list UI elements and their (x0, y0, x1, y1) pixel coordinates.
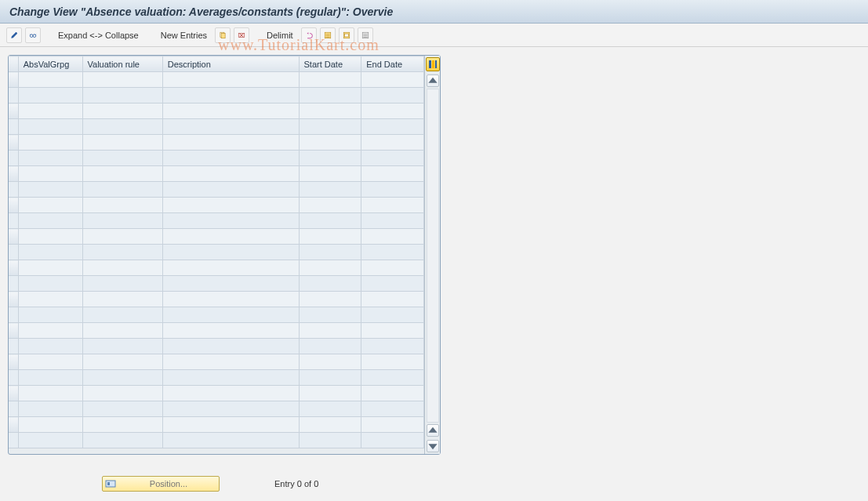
cell-description[interactable] (162, 182, 299, 198)
cell-description[interactable] (162, 166, 299, 182)
cell-valuation-rule[interactable] (82, 433, 162, 448)
cell-description[interactable] (162, 229, 299, 245)
position-button[interactable]: Position... (102, 476, 220, 492)
cell-absvalgrpg[interactable] (18, 72, 82, 88)
cell-end-date[interactable] (361, 354, 424, 370)
cell-description[interactable] (162, 370, 299, 386)
cell-description[interactable] (162, 151, 299, 166)
cell-absvalgrpg[interactable] (18, 323, 82, 339)
cell-end-date[interactable] (361, 119, 424, 135)
cell-description[interactable] (162, 386, 299, 401)
cell-absvalgrpg[interactable] (18, 401, 82, 417)
cell-valuation-rule[interactable] (82, 323, 162, 339)
expand-collapse-button[interactable]: Expand <-> Collapse (53, 27, 143, 43)
pencil-icon[interactable] (6, 27, 22, 43)
cell-absvalgrpg[interactable] (18, 292, 82, 307)
cell-valuation-rule[interactable] (82, 354, 162, 370)
row-selector[interactable] (9, 323, 18, 339)
cell-description[interactable] (162, 354, 299, 370)
row-selector[interactable] (9, 182, 18, 198)
cell-absvalgrpg[interactable] (18, 198, 82, 213)
cell-valuation-rule[interactable] (82, 166, 162, 182)
cell-description[interactable] (162, 292, 299, 307)
cell-absvalgrpg[interactable] (18, 166, 82, 182)
cell-end-date[interactable] (361, 386, 424, 401)
cell-start-date[interactable] (299, 401, 361, 417)
row-selector[interactable] (9, 307, 18, 323)
cell-absvalgrpg[interactable] (18, 151, 82, 166)
select-all-icon[interactable] (320, 27, 336, 43)
cell-end-date[interactable] (361, 433, 424, 448)
row-selector[interactable] (9, 339, 18, 354)
cell-description[interactable] (162, 323, 299, 339)
cell-valuation-rule[interactable] (82, 307, 162, 323)
row-selector[interactable] (9, 260, 18, 276)
cell-start-date[interactable] (299, 417, 361, 433)
select-all-rows[interactable] (9, 56, 18, 72)
row-selector[interactable] (9, 151, 18, 166)
cell-description[interactable] (162, 135, 299, 151)
row-selector[interactable] (9, 166, 18, 182)
cell-absvalgrpg[interactable] (18, 260, 82, 276)
cell-start-date[interactable] (299, 103, 361, 119)
cell-start-date[interactable] (299, 307, 361, 323)
cell-start-date[interactable] (299, 213, 361, 229)
row-selector[interactable] (9, 370, 18, 386)
cell-end-date[interactable] (361, 323, 424, 339)
cell-start-date[interactable] (299, 135, 361, 151)
new-entries-button[interactable]: New Entries (156, 27, 212, 43)
cell-valuation-rule[interactable] (82, 417, 162, 433)
cell-end-date[interactable] (361, 292, 424, 307)
cell-end-date[interactable] (361, 151, 424, 166)
cell-description[interactable] (162, 103, 299, 119)
copy-icon[interactable] (215, 27, 231, 43)
cell-description[interactable] (162, 307, 299, 323)
cell-end-date[interactable] (361, 245, 424, 260)
deselect-all-icon[interactable] (358, 27, 373, 43)
cell-end-date[interactable] (361, 103, 424, 119)
col-header-absvalgrpg[interactable]: AbsValGrpg (18, 56, 82, 72)
cell-start-date[interactable] (299, 323, 361, 339)
select-block-icon[interactable] (339, 27, 354, 43)
col-header-valuation-rule[interactable]: Valuation rule (82, 56, 162, 72)
cell-absvalgrpg[interactable] (18, 103, 82, 119)
cell-valuation-rule[interactable] (82, 119, 162, 135)
cell-end-date[interactable] (361, 260, 424, 276)
delimit-button[interactable]: Delimit (262, 27, 298, 43)
cell-start-date[interactable] (299, 276, 361, 292)
cell-description[interactable] (162, 339, 299, 354)
cell-start-date[interactable] (299, 292, 361, 307)
cell-end-date[interactable] (361, 213, 424, 229)
cell-absvalgrpg[interactable] (18, 135, 82, 151)
cell-absvalgrpg[interactable] (18, 370, 82, 386)
cell-start-date[interactable] (299, 245, 361, 260)
row-selector[interactable] (9, 135, 18, 151)
cell-valuation-rule[interactable] (82, 72, 162, 88)
cell-end-date[interactable] (361, 307, 424, 323)
row-selector[interactable] (9, 354, 18, 370)
cell-end-date[interactable] (361, 401, 424, 417)
cell-start-date[interactable] (299, 198, 361, 213)
row-selector[interactable] (9, 386, 18, 401)
scroll-up-icon[interactable] (427, 74, 439, 87)
col-header-description[interactable]: Description (162, 56, 299, 72)
cell-absvalgrpg[interactable] (18, 88, 82, 103)
cell-description[interactable] (162, 198, 299, 213)
cell-absvalgrpg[interactable] (18, 433, 82, 448)
cell-absvalgrpg[interactable] (18, 182, 82, 198)
row-selector[interactable] (9, 88, 18, 103)
cell-end-date[interactable] (361, 370, 424, 386)
delete-row-icon[interactable] (234, 27, 249, 43)
cell-end-date[interactable] (361, 198, 424, 213)
cell-start-date[interactable] (299, 88, 361, 103)
scroll-up-step-icon[interactable] (427, 424, 439, 437)
cell-end-date[interactable] (361, 417, 424, 433)
cell-valuation-rule[interactable] (82, 370, 162, 386)
glasses-icon[interactable] (25, 27, 41, 43)
row-selector[interactable] (9, 401, 18, 417)
cell-start-date[interactable] (299, 386, 361, 401)
cell-valuation-rule[interactable] (82, 88, 162, 103)
cell-start-date[interactable] (299, 229, 361, 245)
cell-valuation-rule[interactable] (82, 213, 162, 229)
scroll-track[interactable] (427, 89, 439, 423)
